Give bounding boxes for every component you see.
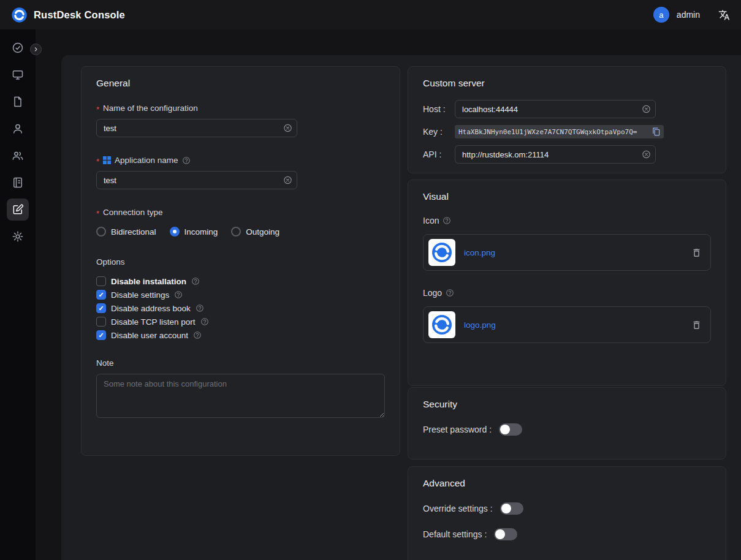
radio-icon[interactable] <box>231 227 241 236</box>
config-name-field <box>96 119 297 137</box>
circle-check-icon <box>12 42 24 54</box>
application-name-field <box>96 171 297 189</box>
help-icon[interactable] <box>193 331 202 339</box>
advanced-card-title: Advanced <box>423 478 711 489</box>
help-icon[interactable] <box>182 156 191 165</box>
note-label: Note <box>96 358 385 368</box>
app-title: RustDesk Console <box>34 9 125 21</box>
header: RustDesk Console a admin <box>0 0 741 29</box>
general-card-title: General <box>96 78 385 89</box>
key-field[interactable]: HtaXBkJNHyn0e1U1jWXze7A7CN7QTGWqxkOtpaVp… <box>455 125 664 138</box>
sidebar-item-status[interactable] <box>7 37 29 59</box>
icon-file-link[interactable]: icon.png <box>464 248 683 257</box>
config-name-input[interactable] <box>96 119 297 137</box>
radio-icon[interactable] <box>170 227 180 236</box>
connection-type-label: * Connection type <box>96 208 385 217</box>
custom-server-card-title: Custom server <box>423 78 711 89</box>
visual-card-title: Visual <box>423 191 711 202</box>
option-disable-tcp-listen-port[interactable]: Disable TCP listen port <box>96 317 385 327</box>
document-icon <box>12 96 24 108</box>
radio-bidirectional[interactable]: Bidirectional <box>96 227 156 236</box>
default-settings-label: Default settings : <box>423 529 487 539</box>
help-icon[interactable] <box>196 304 204 312</box>
trash-icon[interactable] <box>691 320 702 330</box>
note-textarea[interactable] <box>96 374 385 418</box>
host-field <box>455 100 656 118</box>
config-name-label: * Name of the configuration <box>96 104 385 113</box>
avatar[interactable]: a <box>653 7 669 23</box>
key-label: Key : <box>423 127 455 137</box>
checkbox-icon[interactable] <box>96 276 106 286</box>
option-disable-settings[interactable]: Disable settings <box>96 290 385 300</box>
api-label: API : <box>423 149 455 159</box>
copy-icon[interactable] <box>652 127 661 136</box>
host-label: Host : <box>423 104 455 114</box>
api-field <box>455 145 656 164</box>
user-icon <box>12 123 24 135</box>
help-icon[interactable] <box>200 317 209 326</box>
checkbox-icon[interactable] <box>96 330 106 340</box>
settings-icon <box>12 230 24 243</box>
radio-icon[interactable] <box>96 227 106 236</box>
icon-preview-image <box>428 239 455 266</box>
edit-icon <box>12 203 24 216</box>
icon-file-row: icon.png <box>423 234 711 271</box>
logo-label: Logo <box>423 288 711 298</box>
sidebar-item-documents[interactable] <box>7 91 29 113</box>
override-settings-toggle[interactable] <box>500 502 523 515</box>
clear-icon[interactable] <box>642 105 651 114</box>
option-disable-user-account[interactable]: Disable user account <box>96 330 385 340</box>
clear-icon[interactable] <box>642 150 651 159</box>
clear-icon[interactable] <box>283 176 292 185</box>
logo-file-link[interactable]: logo.png <box>464 320 683 330</box>
checkbox-icon[interactable] <box>96 317 106 327</box>
sidebar <box>0 29 36 560</box>
sidebar-item-users[interactable] <box>7 118 29 140</box>
default-settings-toggle[interactable] <box>494 528 517 540</box>
host-row: Host : <box>423 100 711 118</box>
required-asterisk: * <box>96 209 99 218</box>
rustdesk-logo-icon <box>11 7 28 23</box>
radio-incoming[interactable]: Incoming <box>170 227 218 236</box>
required-asterisk: * <box>96 157 99 166</box>
preset-password-toggle[interactable] <box>499 423 522 436</box>
chevron-right-icon <box>33 47 39 52</box>
preset-password-row: Preset password : <box>423 423 711 436</box>
windows-icon <box>103 156 111 164</box>
checkbox-icon[interactable] <box>96 303 106 313</box>
api-row: API : <box>423 145 711 164</box>
security-card-title: Security <box>423 399 711 410</box>
sidebar-item-devices[interactable] <box>7 64 29 86</box>
trash-icon[interactable] <box>691 248 702 258</box>
api-input[interactable] <box>455 145 656 164</box>
security-card: Security Preset password : <box>408 387 726 460</box>
logo-preview-image <box>428 311 455 338</box>
translate-icon[interactable] <box>718 9 730 21</box>
help-icon[interactable] <box>446 289 454 297</box>
sidebar-item-audit-log[interactable] <box>7 172 29 194</box>
sidebar-item-settings[interactable] <box>7 225 29 248</box>
radio-outgoing[interactable]: Outgoing <box>231 227 279 236</box>
user-name[interactable]: admin <box>677 10 700 20</box>
option-disable-address-book[interactable]: Disable address book <box>96 303 385 313</box>
users-icon <box>12 149 24 162</box>
option-disable-installation[interactable]: Disable installation <box>96 276 385 286</box>
sidebar-item-groups[interactable] <box>7 145 29 167</box>
application-name-input[interactable] <box>96 171 297 189</box>
help-icon[interactable] <box>191 277 200 286</box>
monitor-icon <box>12 69 24 81</box>
help-icon[interactable] <box>443 216 451 225</box>
help-icon[interactable] <box>174 290 183 299</box>
host-input[interactable] <box>455 100 656 118</box>
checkbox-icon[interactable] <box>96 290 106 300</box>
key-value: HtaXBkJNHyn0e1U1jWXze7A7CN7QTGWqxkOtpaVp… <box>458 128 650 136</box>
preset-password-label: Preset password : <box>423 425 492 434</box>
clear-icon[interactable] <box>283 124 292 133</box>
sidebar-expand-button[interactable] <box>30 44 42 55</box>
connection-type-radios: Bidirectional Incoming Outgoing <box>96 227 385 236</box>
icon-label: Icon <box>423 216 711 225</box>
general-card: General * Name of the configuration * <box>81 66 400 456</box>
logo-file-row: logo.png <box>423 306 711 343</box>
required-asterisk: * <box>96 105 99 114</box>
sidebar-item-console-config[interactable] <box>7 199 29 221</box>
